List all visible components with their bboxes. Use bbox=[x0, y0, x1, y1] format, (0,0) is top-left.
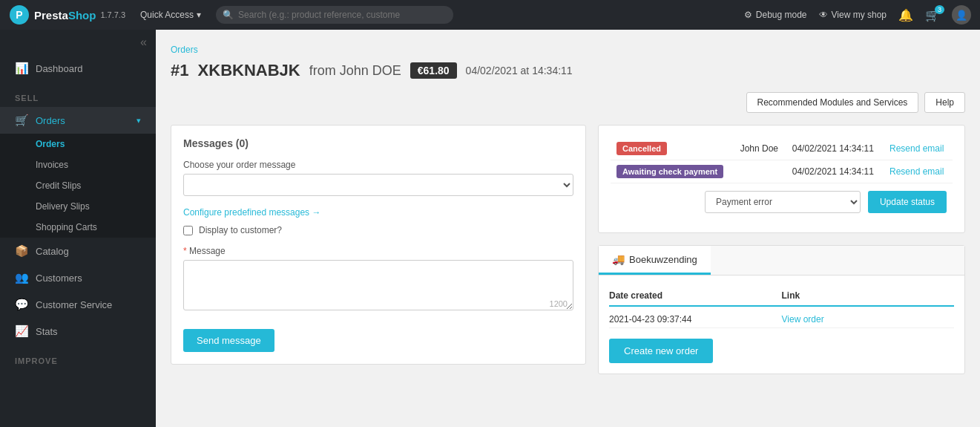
topnav-right: ⚙ Debug mode 👁 View my shop 🔔 🛒 3 👤 bbox=[744, 5, 971, 25]
messages-card: Messages (0) Choose your order message C… bbox=[171, 125, 586, 365]
dashboard-icon: 📊 bbox=[15, 62, 28, 75]
order-amount: €61.80 bbox=[410, 62, 457, 79]
prestashop-logo-icon: P bbox=[9, 4, 30, 25]
message-group: Message 1200 bbox=[183, 246, 573, 313]
boekuwzending-tab[interactable]: 🚚 Boekuwzending bbox=[599, 246, 711, 275]
status-select[interactable]: Payment error Awaiting bank wire payment… bbox=[705, 191, 861, 213]
table-row: Awaiting check payment 04/02/2021 14:34:… bbox=[611, 160, 953, 183]
customers-icon: 👥 bbox=[15, 271, 28, 284]
collapse-button[interactable]: « bbox=[140, 36, 147, 49]
date-cell-2: 04/02/2021 14:34:11 bbox=[786, 160, 884, 183]
sidebar-item-customers[interactable]: 👥 Customers bbox=[0, 264, 156, 291]
order-from: from John DOE bbox=[309, 63, 401, 79]
tab-label: Boekuwzending bbox=[629, 254, 697, 265]
message-textarea-wrap: 1200 bbox=[183, 260, 573, 313]
create-new-order-button[interactable]: Create new order bbox=[609, 339, 713, 363]
configure-messages-link[interactable]: Configure predefined messages → bbox=[183, 207, 320, 218]
sidebar-item-catalog[interactable]: 📦 Catalog bbox=[0, 238, 156, 264]
date-created-value: 2021-04-23 09:37:44 bbox=[609, 314, 782, 325]
quick-access-button[interactable]: Quick Access ▾ bbox=[134, 7, 207, 23]
user-avatar[interactable]: 👤 bbox=[952, 5, 971, 25]
search-icon: 🔍 bbox=[223, 10, 234, 20]
orders-icon: 🛒 bbox=[15, 114, 28, 127]
update-status-button[interactable]: Update status bbox=[868, 191, 947, 213]
main-content: Orders #1 XKBKNABJK from John DOE €61.80… bbox=[156, 30, 980, 427]
status-history-card: Cancelled John Doe 04/02/2021 14:34:11 R… bbox=[598, 125, 965, 233]
search-input[interactable] bbox=[216, 6, 453, 24]
logo-text: PrestaShop bbox=[34, 9, 96, 22]
stats-icon: 📈 bbox=[15, 325, 28, 338]
shipping-section: 🚚 Boekuwzending Date created 2021-04-23 … bbox=[598, 245, 965, 374]
orders-submenu: Orders Invoices Credit Slips Delivery Sl… bbox=[0, 134, 156, 238]
sidebar-collapse: « bbox=[0, 30, 156, 55]
sell-section-label: SELL bbox=[0, 82, 156, 107]
right-column: Cancelled John Doe 04/02/2021 14:34:11 R… bbox=[598, 125, 965, 374]
sidebar-item-orders[interactable]: 🛒 Orders ▾ bbox=[0, 107, 156, 134]
breadcrumb: Orders bbox=[171, 45, 965, 55]
status-history-table: Cancelled John Doe 04/02/2021 14:34:11 R… bbox=[611, 137, 953, 183]
resend-email-link-1[interactable]: Resend email bbox=[889, 143, 944, 154]
view-shop-button[interactable]: 👁 View my shop bbox=[819, 10, 887, 20]
orders-chevron-icon: ▾ bbox=[137, 116, 141, 126]
employee-cell-2 bbox=[734, 160, 786, 183]
order-header: #1 XKBKNABJK from John DOE €61.80 04/02/… bbox=[171, 61, 965, 80]
sidebar-item-stats[interactable]: 📈 Stats bbox=[0, 318, 156, 345]
order-message-group: Choose your order message bbox=[183, 160, 573, 196]
truck-icon: 🚚 bbox=[612, 253, 625, 265]
sidebar-item-customer-service[interactable]: 💬 Customer Service bbox=[0, 291, 156, 318]
sidebar-sub-shopping-carts[interactable]: Shopping Carts bbox=[0, 217, 156, 238]
status-update-row: Payment error Awaiting bank wire payment… bbox=[611, 183, 953, 221]
resend-email-link-2[interactable]: Resend email bbox=[889, 166, 944, 177]
cart-button[interactable]: 🛒 3 bbox=[925, 8, 940, 22]
sidebar-sub-orders[interactable]: Orders bbox=[0, 134, 156, 154]
shipping-grid: Date created 2021-04-23 09:37:44 Link Vi… bbox=[609, 286, 954, 328]
two-column-layout: Messages (0) Choose your order message C… bbox=[171, 125, 965, 374]
date-cell: 04/02/2021 14:34:11 bbox=[786, 137, 884, 160]
display-customer-checkbox[interactable] bbox=[183, 226, 193, 235]
status-badge-cancelled: Cancelled bbox=[616, 142, 667, 155]
sidebar-sub-credit-slips[interactable]: Credit Slips bbox=[0, 175, 156, 196]
sidebar: « 📊 Dashboard SELL 🛒 Orders ▾ Orders Inv… bbox=[0, 30, 156, 427]
display-to-customer-row: Display to customer? bbox=[183, 225, 573, 235]
shipping-tabs: 🚚 Boekuwzending bbox=[599, 246, 964, 276]
display-customer-label[interactable]: Display to customer? bbox=[199, 225, 282, 235]
message-textarea[interactable] bbox=[183, 260, 573, 310]
order-number: #1 XKBKNABJK bbox=[171, 61, 300, 80]
breadcrumb-orders-link[interactable]: Orders bbox=[171, 45, 198, 55]
link-row: View order bbox=[782, 311, 955, 328]
employee-cell: John Doe bbox=[734, 137, 786, 160]
top-actions: Recommended Modules and Services Help bbox=[171, 92, 965, 113]
left-column: Messages (0) Choose your order message C… bbox=[171, 125, 586, 374]
top-navigation: P PrestaShop 1.7.7.3 Quick Access ▾ 🔍 ⚙ … bbox=[0, 0, 980, 30]
order-message-select[interactable] bbox=[183, 174, 573, 196]
debug-mode-button[interactable]: ⚙ Debug mode bbox=[744, 10, 807, 20]
view-order-link[interactable]: View order bbox=[782, 314, 824, 325]
chevron-down-icon: ▾ bbox=[197, 10, 201, 20]
improve-section-label: IMPROVE bbox=[0, 345, 156, 370]
eye-icon: 👁 bbox=[819, 10, 828, 20]
messages-title: Messages (0) bbox=[183, 137, 573, 149]
search-bar: 🔍 bbox=[216, 6, 453, 24]
user-icon: 👤 bbox=[956, 10, 967, 21]
sidebar-sub-invoices[interactable]: Invoices bbox=[0, 154, 156, 175]
sidebar-sub-delivery-slips[interactable]: Delivery Slips bbox=[0, 196, 156, 217]
sidebar-item-dashboard[interactable]: 📊 Dashboard bbox=[0, 55, 156, 82]
debug-icon: ⚙ bbox=[744, 10, 752, 20]
status-badge-awaiting: Awaiting check payment bbox=[616, 165, 723, 178]
recommended-modules-button[interactable]: Recommended Modules and Services bbox=[746, 92, 919, 113]
cart-badge: 3 bbox=[935, 5, 944, 14]
table-row: Cancelled John Doe 04/02/2021 14:34:11 R… bbox=[611, 137, 953, 160]
shipping-body: Date created 2021-04-23 09:37:44 Link Vi… bbox=[599, 276, 964, 374]
message-label: Message bbox=[183, 246, 573, 256]
order-message-label: Choose your order message bbox=[183, 160, 573, 170]
date-created-header: Date created 2021-04-23 09:37:44 bbox=[609, 286, 782, 328]
help-button[interactable]: Help bbox=[924, 92, 965, 113]
customer-service-icon: 💬 bbox=[15, 298, 28, 311]
notifications-button[interactable]: 🔔 bbox=[898, 8, 913, 22]
send-message-button[interactable]: Send message bbox=[183, 329, 274, 352]
link-header: Link View order bbox=[782, 286, 955, 328]
order-date: 04/02/2021 at 14:34:11 bbox=[466, 65, 573, 76]
date-value-row: 2021-04-23 09:37:44 bbox=[609, 311, 782, 328]
status-history-body: Cancelled John Doe 04/02/2021 14:34:11 R… bbox=[599, 126, 964, 232]
svg-text:P: P bbox=[16, 9, 22, 21]
